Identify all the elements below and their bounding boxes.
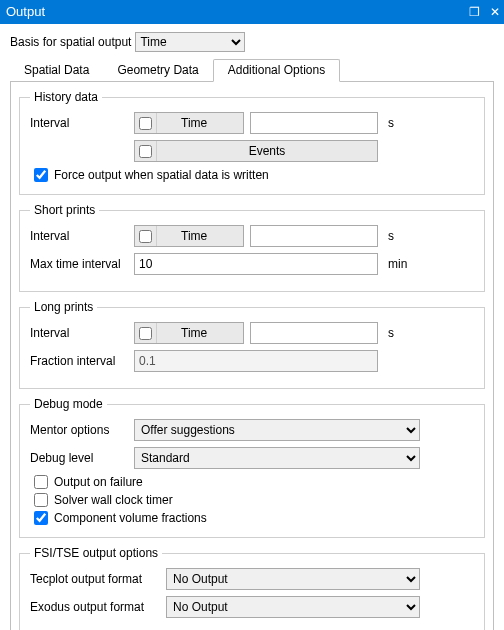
group-long-prints: Long prints Interval Time s Fraction int… <box>19 300 485 389</box>
fsi-exodus-select[interactable]: No Output <box>166 596 420 618</box>
tab-additional-options[interactable]: Additional Options <box>213 59 340 82</box>
history-time-check[interactable] <box>139 117 152 130</box>
short-max-unit: min <box>388 257 407 271</box>
debug-mentor-label: Mentor options <box>30 423 128 437</box>
short-time-text: Time <box>157 229 231 243</box>
fsi-exodus-label: Exodus output format <box>30 600 160 614</box>
short-max-input[interactable] <box>134 253 378 275</box>
history-time-unit: s <box>388 116 394 130</box>
tab-geometry-data[interactable]: Geometry Data <box>103 60 212 81</box>
long-time-text: Time <box>157 326 231 340</box>
group-short-prints: Short prints Interval Time s Max time in… <box>19 203 485 292</box>
fsi-tecplot-select[interactable]: No Output <box>166 568 420 590</box>
debug-level-label: Debug level <box>30 451 128 465</box>
group-debug-mode: Debug mode Mentor options Offer suggesti… <box>19 397 485 538</box>
short-interval-label: Interval <box>30 229 128 243</box>
debug-solver-clock-check[interactable] <box>34 493 48 507</box>
close-icon[interactable]: ✕ <box>490 0 500 24</box>
tab-bar: Spatial Data Geometry Data Additional Op… <box>10 58 494 82</box>
legend-history: History data <box>30 90 102 104</box>
history-time-toggle[interactable]: Time <box>134 112 244 134</box>
basis-label: Basis for spatial output <box>10 35 131 49</box>
history-time-input[interactable] <box>250 112 378 134</box>
fsi-tecplot-label: Tecplot output format <box>30 572 160 586</box>
legend-fsi: FSI/TSE output options <box>30 546 162 560</box>
history-time-text: Time <box>157 116 231 130</box>
long-time-check[interactable] <box>139 327 152 340</box>
long-time-input[interactable] <box>250 322 378 344</box>
title-bar: Output ❐ ✕ <box>0 0 504 24</box>
debug-mentor-select[interactable]: Offer suggestions <box>134 419 420 441</box>
history-force-label: Force output when spatial data is writte… <box>54 168 269 182</box>
long-time-unit: s <box>388 326 394 340</box>
long-interval-label: Interval <box>30 326 128 340</box>
short-time-toggle[interactable]: Time <box>134 225 244 247</box>
debug-output-fail-check[interactable] <box>34 475 48 489</box>
long-time-toggle[interactable]: Time <box>134 322 244 344</box>
legend-debug: Debug mode <box>30 397 107 411</box>
tab-panel-additional: History data Interval Time s Events <box>10 82 494 630</box>
long-fraction-input <box>134 350 378 372</box>
history-events-check[interactable] <box>139 145 152 158</box>
window-title: Output <box>6 4 45 19</box>
debug-comp-vol-check[interactable] <box>34 511 48 525</box>
short-time-check[interactable] <box>139 230 152 243</box>
short-max-label: Max time interval <box>30 257 128 271</box>
debug-solver-clock-label: Solver wall clock timer <box>54 493 173 507</box>
history-events-text: Events <box>157 144 377 158</box>
debug-level-select[interactable]: Standard <box>134 447 420 469</box>
short-time-unit: s <box>388 229 394 243</box>
debug-comp-vol-label: Component volume fractions <box>54 511 207 525</box>
history-force-check[interactable] <box>34 168 48 182</box>
group-history-data: History data Interval Time s Events <box>19 90 485 195</box>
basis-select[interactable]: Time <box>135 32 245 52</box>
short-time-input[interactable] <box>250 225 378 247</box>
group-fsi-tse: FSI/TSE output options Tecplot output fo… <box>19 546 485 630</box>
debug-output-fail-label: Output on failure <box>54 475 143 489</box>
legend-long: Long prints <box>30 300 97 314</box>
history-interval-label: Interval <box>30 116 128 130</box>
dock-icon[interactable]: ❐ <box>469 0 480 24</box>
legend-short: Short prints <box>30 203 99 217</box>
tab-spatial-data[interactable]: Spatial Data <box>10 60 103 81</box>
history-events-toggle[interactable]: Events <box>134 140 378 162</box>
long-fraction-label: Fraction interval <box>30 354 128 368</box>
